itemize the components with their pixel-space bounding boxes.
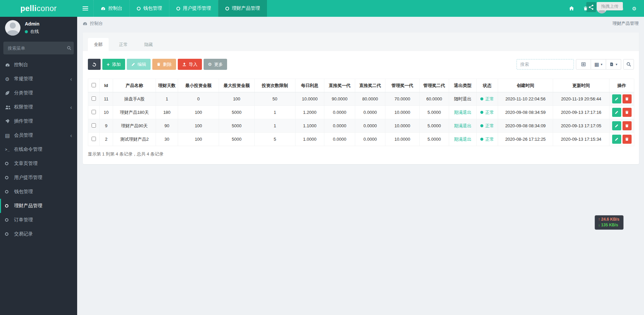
settings-button[interactable]: ⚙ [627, 0, 641, 17]
import-button-label: 导入 [189, 61, 198, 68]
delete-button-label: 删除 [163, 61, 172, 68]
gear-icon: ⚙ [208, 62, 212, 66]
row-edit-button[interactable] [612, 94, 621, 103]
cogs-icon: ⚙ [5, 77, 14, 82]
home-button[interactable] [565, 0, 579, 17]
online-dot-icon [25, 30, 28, 33]
column-header[interactable]: 操作 [609, 79, 634, 92]
filter-tab-2[interactable]: 正常 [113, 38, 134, 51]
row-delete-button[interactable] [623, 108, 632, 117]
brand-logo[interactable]: pelliconor [0, 0, 77, 17]
filter-tab-3[interactable]: 隐藏 [138, 38, 159, 51]
import-button[interactable]: 导入 [178, 59, 202, 70]
sidebar-item-label: 插件管理 [14, 118, 33, 124]
sidebar-item-label: 理财产品管理 [14, 203, 42, 209]
cell-exit-type: 期满退出 [449, 133, 477, 146]
row-checkbox[interactable] [92, 123, 96, 128]
sidebar-item-6[interactable]: ▤会员管理‹ [0, 128, 77, 142]
column-header[interactable]: 更新时间 [553, 79, 609, 92]
search-submit-button[interactable] [623, 59, 634, 70]
row-edit-button[interactable] [612, 108, 621, 117]
sidebar-item-1[interactable]: 控制台 [0, 58, 77, 72]
sidebar-item-13[interactable]: 交易记录 [0, 227, 77, 241]
view-button-group: ▦▾ ▾ [576, 59, 621, 70]
cell-max-invest: 5000 [219, 133, 255, 146]
column-header[interactable]: 投资次数限制 [255, 79, 296, 92]
column-header[interactable]: 直推奖二代 [355, 79, 385, 92]
column-header[interactable]: 每日利息 [296, 79, 324, 92]
sidebar-item-11[interactable]: 理财产品管理 [0, 199, 77, 213]
topnav-tab-label: 理财产品管理 [232, 5, 260, 11]
column-header[interactable]: 退出类型 [449, 79, 477, 92]
user-name: Admin [25, 21, 40, 27]
cell-ref-bonus-1: 0.0000 [324, 133, 355, 146]
search-icon [626, 62, 631, 67]
sidebar-item-5[interactable]: 插件管理 [0, 114, 77, 128]
upload-speed: ↑ 24.6 KB/s [598, 217, 622, 222]
column-header[interactable]: 最小投资金额 [178, 79, 219, 92]
table-search-input[interactable] [517, 59, 574, 70]
topnav-tab-2[interactable]: 钱包管理 [129, 0, 169, 17]
column-header[interactable]: 创建时间 [498, 79, 553, 92]
sidebar-item-12[interactable]: 订单管理 [0, 213, 77, 227]
cell-mgr-bonus-2: 5.0000 [420, 133, 449, 146]
delete-button[interactable]: 删除 [152, 59, 176, 70]
filter-tab-1[interactable]: 全部 [88, 38, 109, 51]
edit-button-label: 编辑 [138, 61, 146, 68]
paging-toggle-button[interactable] [576, 59, 591, 70]
refresh-button[interactable] [88, 59, 101, 70]
topnav-tab-1[interactable]: 控制台 [93, 0, 129, 17]
circle-icon [176, 7, 180, 10]
column-header[interactable]: 最大投资金额 [219, 79, 255, 92]
table-header-row: Id产品名称理财天数最小投资金额最大投资金额投资次数限制每日利息直推奖一代直推奖… [88, 79, 634, 92]
row-checkbox[interactable] [92, 110, 96, 114]
drag-upload-dropzone[interactable] [586, 2, 596, 12]
column-header[interactable]: 产品名称 [113, 79, 156, 92]
columns-toggle-button[interactable]: ▦▾ [591, 59, 606, 70]
cell-mgr-bonus-1: 10.0000 [385, 133, 420, 146]
sidebar-item-7[interactable]: >_在线命令管理 [0, 142, 77, 156]
more-button[interactable]: ⚙更多 [204, 59, 227, 70]
cell-product-name: 测试理财产品2 [113, 133, 156, 146]
add-button[interactable]: +添加 [102, 59, 125, 70]
dashboard-icon [101, 6, 106, 11]
column-header[interactable]: 理财天数 [156, 79, 178, 92]
upload-icon [182, 62, 186, 66]
sidebar-item-4[interactable]: 权限管理‹ [0, 100, 77, 114]
column-header[interactable]: 管理奖二代 [420, 79, 449, 92]
sidebar-search-input[interactable] [8, 46, 67, 51]
column-header[interactable]: 管理奖一代 [385, 79, 420, 92]
cell-actions [609, 119, 634, 133]
row-checkbox[interactable] [92, 137, 96, 141]
topnav-tab-3[interactable]: 用户提币管理 [169, 0, 218, 17]
row-checkbox[interactable] [92, 96, 96, 101]
row-delete-button[interactable] [623, 135, 632, 144]
column-header[interactable]: 直推奖一代 [324, 79, 355, 92]
table-controls: ▦▾ ▾ [517, 59, 634, 70]
edit-button[interactable]: 编辑 [127, 59, 151, 70]
column-header[interactable]: Id [100, 79, 113, 92]
sidebar-item-8[interactable]: 文章页管理 [0, 156, 77, 171]
cell-updated: 2020-09-13 17:17:05 [553, 119, 609, 133]
cell-daily-interest: 1.2000 [296, 106, 324, 119]
sidebar-toggle-button[interactable] [77, 0, 93, 17]
row-edit-button[interactable] [612, 121, 621, 130]
user-avatar [5, 20, 20, 36]
row-delete-button[interactable] [623, 94, 632, 103]
chevron-left-icon: ‹ [70, 133, 72, 138]
row-delete-button[interactable] [623, 121, 632, 130]
cell-max-invest: 100 [219, 92, 255, 106]
topnav-tab-4[interactable]: 理财产品管理 [218, 0, 267, 17]
sidebar-item-3[interactable]: 分类管理 [0, 86, 77, 100]
sidebar-item-2[interactable]: ⚙常规管理‹ [0, 72, 77, 86]
export-button[interactable]: ▾ [606, 59, 621, 70]
column-header[interactable]: 状态 [477, 79, 498, 92]
select-all-checkbox[interactable] [92, 83, 96, 87]
sidebar-item-9[interactable]: 用户提币管理 [0, 171, 77, 185]
cell-created: 2020-09-08 08:34:59 [498, 106, 553, 119]
sidebar-item-10[interactable]: 钱包管理 [0, 185, 77, 199]
row-edit-button[interactable] [612, 135, 621, 144]
circle-icon [5, 190, 14, 193]
breadcrumb-home-link[interactable]: 控制台 [90, 20, 103, 27]
cell-daily-interest: 10.0000 [296, 92, 324, 106]
